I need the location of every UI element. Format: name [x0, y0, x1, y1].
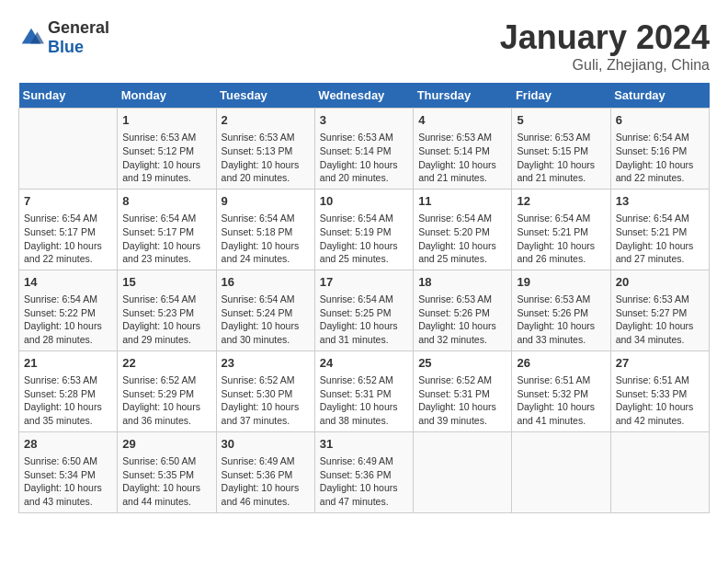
- day-number: 21: [24, 355, 112, 372]
- calendar-cell: 12Sunrise: 6:54 AMSunset: 5:21 PMDayligh…: [512, 189, 610, 270]
- day-number: 9: [222, 193, 310, 210]
- calendar-cell: 14Sunrise: 6:54 AMSunset: 5:22 PMDayligh…: [19, 270, 118, 350]
- calendar-cell: 1Sunrise: 6:53 AMSunset: 5:12 PMDaylight…: [118, 109, 216, 190]
- day-info: Sunrise: 6:49 AMSunset: 5:36 PMDaylight:…: [222, 454, 310, 509]
- calendar-cell: 24Sunrise: 6:52 AMSunset: 5:31 PMDayligh…: [314, 350, 413, 431]
- calendar-cell: 10Sunrise: 6:54 AMSunset: 5:19 PMDayligh…: [314, 189, 413, 270]
- day-number: 18: [418, 274, 506, 291]
- day-number: 16: [222, 274, 310, 291]
- calendar-cell: 30Sunrise: 6:49 AMSunset: 5:36 PMDayligh…: [216, 431, 314, 512]
- week-row-5: 28Sunrise: 6:50 AMSunset: 5:34 PMDayligh…: [19, 431, 710, 512]
- day-info: Sunrise: 6:54 AMSunset: 5:23 PMDaylight:…: [122, 293, 210, 347]
- calendar-cell: 13Sunrise: 6:54 AMSunset: 5:21 PMDayligh…: [610, 189, 709, 270]
- day-info: Sunrise: 6:53 AMSunset: 5:27 PMDaylight:…: [616, 293, 704, 347]
- calendar-cell: 19Sunrise: 6:53 AMSunset: 5:26 PMDayligh…: [512, 270, 610, 350]
- day-number: 4: [418, 112, 506, 129]
- calendar-cell: 28Sunrise: 6:50 AMSunset: 5:34 PMDayligh…: [19, 431, 118, 512]
- calendar-cell: 2Sunrise: 6:53 AMSunset: 5:13 PMDaylight…: [216, 109, 314, 190]
- day-info: Sunrise: 6:54 AMSunset: 5:19 PMDaylight:…: [320, 212, 408, 266]
- day-number: 8: [122, 193, 210, 210]
- day-info: Sunrise: 6:54 AMSunset: 5:17 PMDaylight:…: [24, 212, 112, 266]
- header-thursday: Thursday: [414, 83, 512, 109]
- header-tuesday: Tuesday: [216, 83, 314, 109]
- day-number: 30: [222, 436, 310, 453]
- header-sunday: Sunday: [19, 83, 118, 109]
- day-number: 23: [222, 355, 310, 372]
- calendar-cell: 4Sunrise: 6:53 AMSunset: 5:14 PMDaylight…: [414, 109, 512, 190]
- calendar-cell: 11Sunrise: 6:54 AMSunset: 5:20 PMDayligh…: [414, 189, 512, 270]
- logo: General Blue: [18, 18, 109, 57]
- day-info: Sunrise: 6:54 AMSunset: 5:22 PMDaylight:…: [24, 293, 112, 347]
- calendar-cell: 16Sunrise: 6:54 AMSunset: 5:24 PMDayligh…: [216, 270, 314, 350]
- calendar-cell: 22Sunrise: 6:52 AMSunset: 5:29 PMDayligh…: [118, 350, 216, 431]
- day-info: Sunrise: 6:51 AMSunset: 5:32 PMDaylight:…: [517, 373, 605, 428]
- day-number: 10: [320, 193, 408, 210]
- day-number: 28: [24, 436, 112, 453]
- day-info: Sunrise: 6:54 AMSunset: 5:21 PMDaylight:…: [517, 212, 605, 266]
- logo-general-text: General: [48, 18, 109, 37]
- calendar-cell: 3Sunrise: 6:53 AMSunset: 5:14 PMDaylight…: [314, 109, 413, 190]
- day-number: 20: [616, 274, 704, 291]
- header-monday: Monday: [118, 83, 216, 109]
- day-number: 31: [320, 436, 408, 453]
- calendar-cell: 17Sunrise: 6:54 AMSunset: 5:25 PMDayligh…: [314, 270, 413, 350]
- day-number: 24: [320, 355, 408, 372]
- day-info: Sunrise: 6:50 AMSunset: 5:34 PMDaylight:…: [24, 454, 112, 509]
- calendar-header-row: SundayMondayTuesdayWednesdayThursdayFrid…: [19, 83, 710, 109]
- calendar-cell: 9Sunrise: 6:54 AMSunset: 5:18 PMDaylight…: [216, 189, 314, 270]
- day-info: Sunrise: 6:54 AMSunset: 5:25 PMDaylight:…: [320, 293, 408, 347]
- day-info: Sunrise: 6:50 AMSunset: 5:35 PMDaylight:…: [122, 454, 210, 509]
- logo-blue-text: Blue: [48, 38, 84, 56]
- calendar-table: SundayMondayTuesdayWednesdayThursdayFrid…: [18, 83, 710, 513]
- day-info: Sunrise: 6:54 AMSunset: 5:21 PMDaylight:…: [616, 212, 704, 266]
- day-info: Sunrise: 6:54 AMSunset: 5:17 PMDaylight:…: [122, 212, 210, 266]
- calendar-cell: 25Sunrise: 6:52 AMSunset: 5:31 PMDayligh…: [414, 350, 512, 431]
- day-info: Sunrise: 6:52 AMSunset: 5:31 PMDaylight:…: [418, 373, 506, 428]
- day-info: Sunrise: 6:53 AMSunset: 5:26 PMDaylight:…: [418, 293, 506, 347]
- week-row-1: 1Sunrise: 6:53 AMSunset: 5:12 PMDaylight…: [19, 109, 710, 190]
- calendar-cell: 27Sunrise: 6:51 AMSunset: 5:33 PMDayligh…: [610, 350, 709, 431]
- day-info: Sunrise: 6:53 AMSunset: 5:28 PMDaylight:…: [24, 373, 112, 428]
- day-number: 3: [320, 112, 408, 129]
- day-number: 11: [418, 193, 506, 210]
- day-number: 13: [616, 193, 704, 210]
- calendar-cell: 26Sunrise: 6:51 AMSunset: 5:32 PMDayligh…: [512, 350, 610, 431]
- day-info: Sunrise: 6:52 AMSunset: 5:30 PMDaylight:…: [222, 373, 310, 428]
- calendar-cell: [610, 431, 709, 512]
- header-wednesday: Wednesday: [314, 83, 413, 109]
- day-info: Sunrise: 6:53 AMSunset: 5:15 PMDaylight:…: [517, 131, 605, 185]
- day-info: Sunrise: 6:52 AMSunset: 5:29 PMDaylight:…: [122, 373, 210, 428]
- calendar-cell: [512, 431, 610, 512]
- day-info: Sunrise: 6:49 AMSunset: 5:36 PMDaylight:…: [320, 454, 408, 509]
- week-row-2: 7Sunrise: 6:54 AMSunset: 5:17 PMDaylight…: [19, 189, 710, 270]
- logo-icon: [18, 25, 44, 51]
- day-number: 27: [616, 355, 704, 372]
- day-number: 5: [517, 112, 605, 129]
- week-row-3: 14Sunrise: 6:54 AMSunset: 5:22 PMDayligh…: [19, 270, 710, 350]
- day-info: Sunrise: 6:53 AMSunset: 5:12 PMDaylight:…: [122, 131, 210, 185]
- header-friday: Friday: [512, 83, 610, 109]
- day-number: 2: [222, 112, 310, 129]
- calendar-cell: 6Sunrise: 6:54 AMSunset: 5:16 PMDaylight…: [610, 109, 709, 190]
- main-title: January 2024: [500, 18, 710, 57]
- day-info: Sunrise: 6:54 AMSunset: 5:24 PMDaylight:…: [222, 293, 310, 347]
- day-info: Sunrise: 6:53 AMSunset: 5:14 PMDaylight:…: [418, 131, 506, 185]
- day-number: 6: [616, 112, 704, 129]
- header-saturday: Saturday: [610, 83, 709, 109]
- subtitle: Guli, Zhejiang, China: [500, 57, 710, 74]
- day-info: Sunrise: 6:52 AMSunset: 5:31 PMDaylight:…: [320, 373, 408, 428]
- page-header: General Blue January 2024 Guli, Zhejiang…: [18, 18, 710, 74]
- day-info: Sunrise: 6:51 AMSunset: 5:33 PMDaylight:…: [616, 373, 704, 428]
- day-number: 12: [517, 193, 605, 210]
- week-row-4: 21Sunrise: 6:53 AMSunset: 5:28 PMDayligh…: [19, 350, 710, 431]
- calendar-cell: 21Sunrise: 6:53 AMSunset: 5:28 PMDayligh…: [19, 350, 118, 431]
- calendar-cell: 7Sunrise: 6:54 AMSunset: 5:17 PMDaylight…: [19, 189, 118, 270]
- calendar-cell: 15Sunrise: 6:54 AMSunset: 5:23 PMDayligh…: [118, 270, 216, 350]
- day-number: 22: [122, 355, 210, 372]
- day-number: 26: [517, 355, 605, 372]
- calendar-cell: 18Sunrise: 6:53 AMSunset: 5:26 PMDayligh…: [414, 270, 512, 350]
- day-info: Sunrise: 6:54 AMSunset: 5:20 PMDaylight:…: [418, 212, 506, 266]
- day-info: Sunrise: 6:53 AMSunset: 5:26 PMDaylight:…: [517, 293, 605, 347]
- day-info: Sunrise: 6:53 AMSunset: 5:13 PMDaylight:…: [222, 131, 310, 185]
- day-number: 1: [122, 112, 210, 129]
